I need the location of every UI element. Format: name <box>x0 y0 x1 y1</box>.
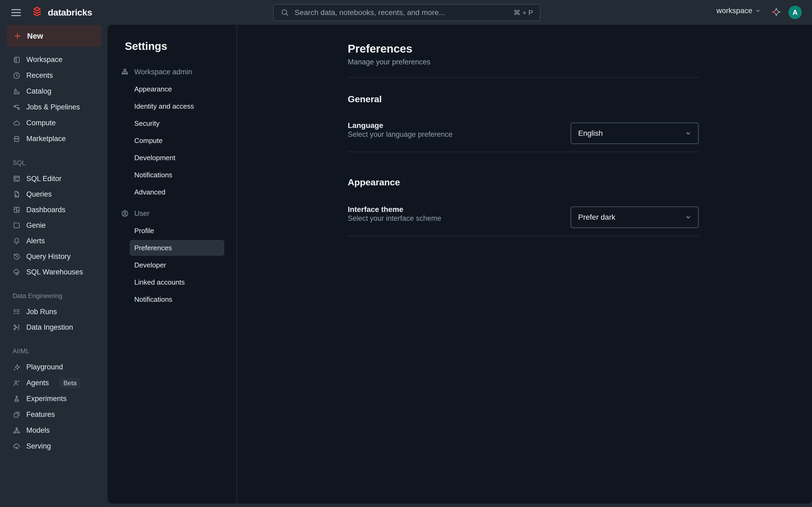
section-heading-appearance: Appearance <box>348 177 400 187</box>
settings-title: Settings <box>125 40 167 52</box>
sidebar-item-features[interactable]: Features <box>0 407 107 422</box>
hamburger-menu-icon[interactable] <box>11 7 22 17</box>
sidebar-item-data-ingestion[interactable]: Data Ingestion <box>0 320 107 335</box>
sidebar-item-jobs-pipelines[interactable]: Jobs & Pipelines <box>0 99 107 115</box>
search-shortcut: ⌘ + P <box>513 9 533 17</box>
sidebar-item-models[interactable]: Models <box>0 422 107 438</box>
sidebar-item-queries[interactable]: Queries <box>0 186 107 202</box>
divider <box>348 235 699 236</box>
chevron-down-icon <box>755 7 762 14</box>
sidebar: New Workspace Recents <box>0 25 107 507</box>
avatar-initial: A <box>793 8 798 17</box>
sidebar-item-label: Agents <box>26 379 49 387</box>
settings-group-user[interactable]: User <box>107 205 237 222</box>
language-label: Language <box>348 121 383 130</box>
settings-item-appearance-admin[interactable]: Appearance <box>107 80 237 98</box>
settings-group-label: User <box>134 210 150 218</box>
sidebar-section-data-engineering: Data Engineering <box>0 288 107 304</box>
settings-item-preferences[interactable]: Preferences <box>107 239 237 257</box>
sidebar-item-label: SQL Warehouses <box>26 268 83 276</box>
settings-item-development[interactable]: Development <box>107 149 237 166</box>
sidebar-item-marketplace[interactable]: Marketplace <box>0 131 107 147</box>
sidebar-item-job-runs[interactable]: Job Runs <box>0 304 107 320</box>
theme-select-value: Prefer dark <box>578 213 615 222</box>
dashboards-grid-icon <box>13 206 21 214</box>
user-circle-icon <box>121 210 129 218</box>
sidebar-item-sql-editor[interactable]: SQL Editor <box>0 171 107 186</box>
sidebar-item-label: Playground <box>26 363 63 371</box>
sidebar-item-workspace[interactable]: Workspace <box>0 52 107 68</box>
language-select-value: English <box>578 129 603 137</box>
global-search-input[interactable]: Search data, notebooks, recents, and mor… <box>273 4 541 21</box>
sidebar-item-genie[interactable]: Genie <box>0 218 107 233</box>
theme-select[interactable]: Prefer dark <box>571 207 699 228</box>
sidebar-item-label: Query History <box>26 252 70 261</box>
data-ingestion-icon <box>13 323 21 331</box>
sidebar-item-experiments[interactable]: Experiments <box>0 391 107 407</box>
divider <box>348 152 699 152</box>
settings-item-notifications-user[interactable]: Notifications <box>107 291 237 308</box>
language-select[interactable]: English <box>571 123 699 144</box>
settings-item-profile[interactable]: Profile <box>107 222 237 239</box>
settings-item-security[interactable]: Security <box>107 115 237 132</box>
sidebar-item-dashboards[interactable]: Dashboards <box>0 202 107 218</box>
language-description: Select your language preference <box>348 130 452 139</box>
sidebar-item-label: Alerts <box>26 237 45 245</box>
brand[interactable]: databricks <box>30 5 92 19</box>
recents-clock-icon <box>13 72 21 80</box>
page-title: Preferences <box>348 42 412 55</box>
models-network-icon <box>13 427 21 435</box>
sidebar-item-alerts[interactable]: Alerts <box>0 233 107 249</box>
sidebar-item-query-history[interactable]: Query History <box>0 249 107 264</box>
new-button[interactable]: New <box>7 25 101 47</box>
settings-item-developer[interactable]: Developer <box>107 257 237 274</box>
settings-item-notifications-admin[interactable]: Notifications <box>107 166 237 183</box>
marketplace-store-icon <box>13 135 21 143</box>
sidebar-item-label: Data Ingestion <box>26 323 73 332</box>
sidebar-item-label: Jobs & Pipelines <box>26 103 80 111</box>
sidebar-item-agents[interactable]: Agents Beta <box>0 375 107 391</box>
sidebar-item-label: Recents <box>26 71 53 80</box>
settings-item-identity-and-access[interactable]: Identity and access <box>107 98 237 115</box>
beta-badge: Beta <box>59 378 81 388</box>
sidebar-item-serving[interactable]: Serving <box>0 438 107 454</box>
sidebar-section-aiml: AI/ML <box>0 343 107 359</box>
playground-sparkles-icon <box>13 363 21 371</box>
features-layers-icon <box>13 411 21 419</box>
top-bar: databricks Search data, notebooks, recen… <box>0 0 812 25</box>
settings-page: Settings Workspace admin Appearance Iden… <box>107 25 812 504</box>
assistant-sparkle-icon[interactable] <box>770 6 782 18</box>
workspace-switcher[interactable]: workspace <box>716 6 762 15</box>
new-button-label: New <box>27 32 43 41</box>
sidebar-item-label: Models <box>26 426 50 435</box>
sidebar-section-sql: SQL <box>0 155 107 171</box>
avatar[interactable]: A <box>789 6 802 19</box>
settings-group-workspace-admin[interactable]: Workspace admin <box>107 63 237 80</box>
sidebar-item-label: Workspace <box>26 56 62 64</box>
sidebar-item-catalog[interactable]: Catalog <box>0 83 107 99</box>
chevron-down-icon <box>684 213 692 221</box>
sidebar-item-compute[interactable]: Compute <box>0 115 107 131</box>
settings-item-linked-accounts[interactable]: Linked accounts <box>107 274 237 291</box>
jobs-pipelines-icon <box>13 103 21 111</box>
sidebar-item-sql-warehouses[interactable]: SQL Warehouses <box>0 264 107 280</box>
sidebar-item-label: Job Runs <box>26 308 57 316</box>
sql-editor-icon <box>13 175 21 183</box>
page-subtitle: Manage your preferences <box>348 58 430 66</box>
sidebar-item-playground[interactable]: Playground <box>0 359 107 375</box>
compute-cloud-icon <box>13 119 21 127</box>
settings-item-compute[interactable]: Compute <box>107 132 237 149</box>
brand-name: databricks <box>48 7 92 18</box>
serving-cloud-icon <box>13 442 21 450</box>
workspace-switcher-label: workspace <box>716 6 752 15</box>
settings-group-label: Workspace admin <box>134 68 192 76</box>
settings-item-advanced[interactable]: Advanced <box>107 183 237 201</box>
sidebar-item-label: Genie <box>26 221 46 230</box>
interface-theme-description: Select your interface scheme <box>348 214 441 223</box>
search-placeholder: Search data, notebooks, recents, and mor… <box>295 8 513 17</box>
agents-person-icon <box>13 379 21 387</box>
section-heading-general: General <box>348 94 382 104</box>
sidebar-item-label: Queries <box>26 190 52 199</box>
sidebar-item-recents[interactable]: Recents <box>0 68 107 83</box>
sql-warehouses-icon <box>13 268 21 276</box>
